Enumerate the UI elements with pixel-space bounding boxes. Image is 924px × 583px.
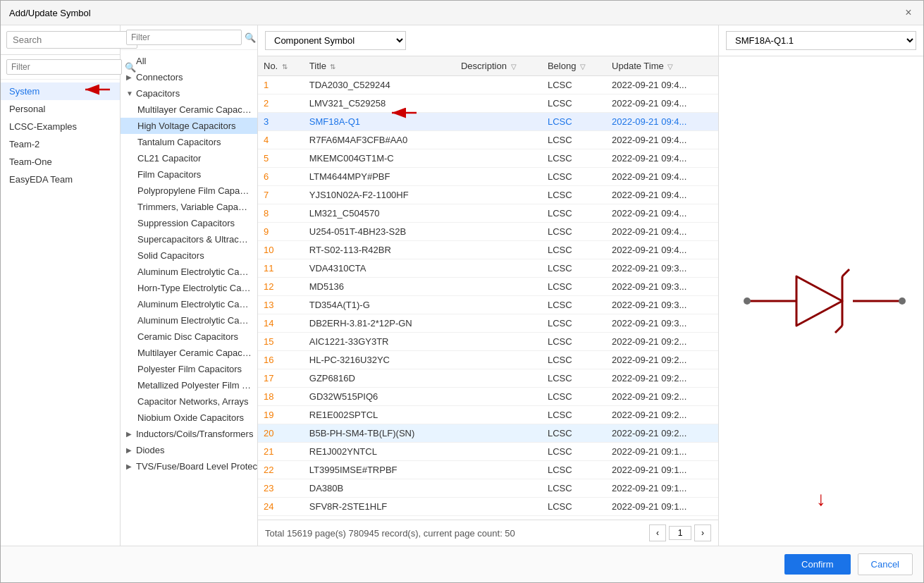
sidebar-item-team-one[interactable]: Team-One [1, 153, 120, 171]
cancel-button[interactable]: Cancel [858, 553, 913, 575]
sidebar-item-personal[interactable]: Personal [1, 100, 120, 118]
category-item-diodes[interactable]: ▶ Diodes [121, 442, 257, 458]
table-row[interactable]: 8LM321_C504570LCSC2022-09-21 09:4... [258, 204, 718, 223]
table-row[interactable]: 19RE1E002SPTCLLCSC2022-09-21 09:2... [258, 406, 718, 424]
category-item-connectors[interactable]: ▶ Connectors [121, 69, 257, 85]
table-row[interactable]: 11VDA4310CTALCSC2022-09-21 09:3... [258, 259, 718, 278]
cell-description [455, 223, 542, 241]
table-row[interactable]: 12MD5136LCSC2022-09-21 09:3... [258, 278, 718, 296]
table-row[interactable]: 24SFV8R-2STE1HLFLCSC2022-09-21 09:1... [258, 498, 718, 516]
table-row[interactable]: 3SMF18A-Q1LCSC2022-09-21 09:4... [258, 113, 718, 131]
table-row[interactable]: 4R7FA6M4AF3CFB#AA0LCSC2022-09-21 09:4... [258, 131, 718, 149]
col-description: Description ▽ [455, 56, 542, 76]
category-subitem-polypropylene[interactable]: Polypropylene Film Capaci... [121, 183, 257, 199]
sidebar-item-team2[interactable]: Team-2 [1, 135, 120, 153]
component-symbol-dropdown[interactable]: Component Symbol [265, 31, 406, 50]
category-subitem-supercapacitors[interactable]: Supercapacitors & Ultracap... [121, 231, 257, 247]
prev-page-button[interactable]: ‹ [649, 524, 666, 541]
category-subitem-polyester-film[interactable]: Polyester Film Capacitors [121, 361, 257, 377]
category-subitem-multilayer-ceramic2[interactable]: Multilayer Ceramic Capaci... [121, 345, 257, 361]
preview-symbol-dropdown[interactable]: SMF18A-Q1.1 [726, 31, 916, 50]
table-row[interactable]: 16HL-PC-3216U32YCLCSC2022-09-21 09:2... [258, 351, 718, 369]
category-item-inductors[interactable]: ▶ Inductors/Coils/Transformers [121, 426, 257, 442]
category-subitem-solid[interactable]: Solid Capacitors [121, 247, 257, 264]
table-row[interactable]: 5MKEMC004GT1M-CLCSC2022-09-21 09:4... [258, 149, 718, 168]
category-subitem-multilayer-ceramic[interactable]: Multilayer Ceramic Capaci... [121, 102, 257, 118]
table-row[interactable]: 6LTM4644MPY#PBFLCSC2022-09-21 09:4... [258, 168, 718, 186]
category-subitem-trimmers[interactable]: Trimmers, Variable Capaci... [121, 199, 257, 215]
table-row[interactable]: 15AIC1221-33GY3TRLCSC2022-09-21 09:2... [258, 333, 718, 351]
table-row[interactable]: 18GD32W515PIQ6LCSC2022-09-21 09:2... [258, 388, 718, 406]
preview-header: SMF18A-Q1.1 [719, 25, 923, 56]
table-row[interactable]: 10RT-S02-113-R42BRLCSC2022-09-21 09:4... [258, 241, 718, 259]
category-subitem-aluminum-electrolytic3[interactable]: Aluminum Electrolytic Capa... [121, 312, 257, 329]
cell-no: 21 [258, 443, 304, 461]
category-subitem-film[interactable]: Film Capacitors [121, 166, 257, 183]
sidebar-item-system[interactable]: System [1, 82, 120, 100]
cell-belong: LCSC [542, 131, 606, 149]
cell-no: 12 [258, 278, 304, 296]
cell-description [455, 369, 542, 388]
svg-point-7 [899, 297, 906, 305]
category-subitem-capacitor-networks[interactable]: Capacitor Networks, Arrays [121, 393, 257, 410]
next-page-button[interactable]: › [694, 524, 711, 541]
cell-title: SFV8R-2STE1HLF [304, 498, 455, 516]
mid-filter-input[interactable] [126, 30, 242, 45]
close-button[interactable]: × [902, 6, 915, 19]
main-content: 🔍 🔍 SystemPersonalLCSC-ExamplesTeam-2Tea… [1, 25, 923, 546]
search-bar: 🔍 [1, 25, 120, 55]
cell-no: 15 [258, 333, 304, 351]
cell-title: DA380B [304, 479, 455, 498]
cell-update-time: 2022-09-21 09:4... [606, 204, 718, 223]
cell-no: 14 [258, 314, 304, 333]
page-number-input[interactable] [669, 526, 691, 540]
cell-update-time: 2022-09-21 09:1... [606, 498, 718, 516]
table-row[interactable]: 9U254-051T-4BH23-S2BLCSC2022-09-21 09:4.… [258, 223, 718, 241]
table-row[interactable]: 7YJS10N02A-F2-1100HFLCSC2022-09-21 09:4.… [258, 186, 718, 204]
left-panel: 🔍 🔍 SystemPersonalLCSC-ExamplesTeam-2Tea… [1, 25, 121, 546]
cell-description [455, 461, 542, 479]
cell-no: 16 [258, 351, 304, 369]
category-item-capacitors[interactable]: ▼ Capacitors [121, 85, 257, 102]
preview-panel: SMF18A-Q1.1 [719, 25, 923, 546]
category-subitem-aluminum-electrolytic1[interactable]: Aluminum Electrolytic Capa... [121, 264, 257, 280]
dialog-title: Add/Update Symbol [9, 8, 91, 18]
table-row[interactable]: 13TD354A(T1)-GLCSC2022-09-21 09:3... [258, 296, 718, 314]
category-subitem-high-voltage[interactable]: High Voltage Capacitors [121, 118, 257, 134]
category-subitem-cl21[interactable]: CL21 Capacitor [121, 150, 257, 166]
cell-title[interactable]: SMF18A-Q1 [304, 113, 455, 131]
category-item-all[interactable]: All [121, 53, 257, 69]
cell-title: LM321_C504570 [304, 204, 455, 223]
cell-no: 6 [258, 168, 304, 186]
category-subitem-tantalum[interactable]: Tantalum Capacitors [121, 134, 257, 150]
pagination-info: Total 15619 page(s) 780945 record(s), cu… [265, 528, 515, 539]
table-row[interactable]: 14DB2ERH-3.81-2*12P-GNLCSC2022-09-21 09:… [258, 314, 718, 333]
table-row[interactable]: 23DA380BLCSC2022-09-21 09:1... [258, 479, 718, 498]
table-row[interactable]: 20B5B-PH-SM4-TB(LF)(SN)LCSC2022-09-21 09… [258, 424, 718, 443]
category-subitem-suppression[interactable]: Suppression Capacitors [121, 215, 257, 231]
search-input[interactable] [6, 31, 137, 49]
confirm-button[interactable]: Confirm [784, 554, 851, 575]
category-subitem-aluminum-electrolytic2[interactable]: Aluminum Electrolytic Capa... [121, 296, 257, 312]
sidebar-item-lcsc-examples[interactable]: LCSC-Examples [1, 118, 120, 135]
cell-description [455, 204, 542, 223]
dialog: Add/Update Symbol × 🔍 🔍 SystemPersonalLC… [0, 0, 924, 583]
cell-update-time: 2022-09-21 09:4... [606, 131, 718, 149]
category-subitem-niobium-oxide[interactable]: Niobium Oxide Capacitors [121, 410, 257, 426]
category-subitem-metallized-polyester[interactable]: Metallized Polyester Film Ca... [121, 377, 257, 393]
lib-filter-bar: 🔍 [1, 55, 120, 80]
lib-filter-input[interactable] [6, 59, 122, 75]
table-row[interactable]: 21RE1J002YNTCLLCSC2022-09-21 09:1... [258, 443, 718, 461]
cell-description [455, 278, 542, 296]
table-row[interactable]: 2LMV321_C529258LCSC2022-09-21 09:4... [258, 94, 718, 113]
cell-description [455, 94, 542, 113]
mid-filter-icon: 🔍 [245, 32, 256, 43]
category-subitem-horn-type[interactable]: Horn-Type Electrolytic Capa... [121, 280, 257, 296]
category-item-tvs-fuse[interactable]: ▶ TVS/Fuse/Board Level Protection [121, 458, 257, 474]
sidebar-item-easyeda-team[interactable]: EasyEDA Team [1, 171, 120, 188]
table-row[interactable]: 17GZP6816DLCSC2022-09-21 09:2... [258, 369, 718, 388]
cell-belong: LCSC [542, 94, 606, 113]
table-row[interactable]: 22LT3995IMSE#TRPBFLCSC2022-09-21 09:1... [258, 461, 718, 479]
table-row[interactable]: 1TDA2030_C529244LCSC2022-09-21 09:4... [258, 76, 718, 94]
category-subitem-ceramic-disc[interactable]: Ceramic Disc Capacitors [121, 329, 257, 345]
